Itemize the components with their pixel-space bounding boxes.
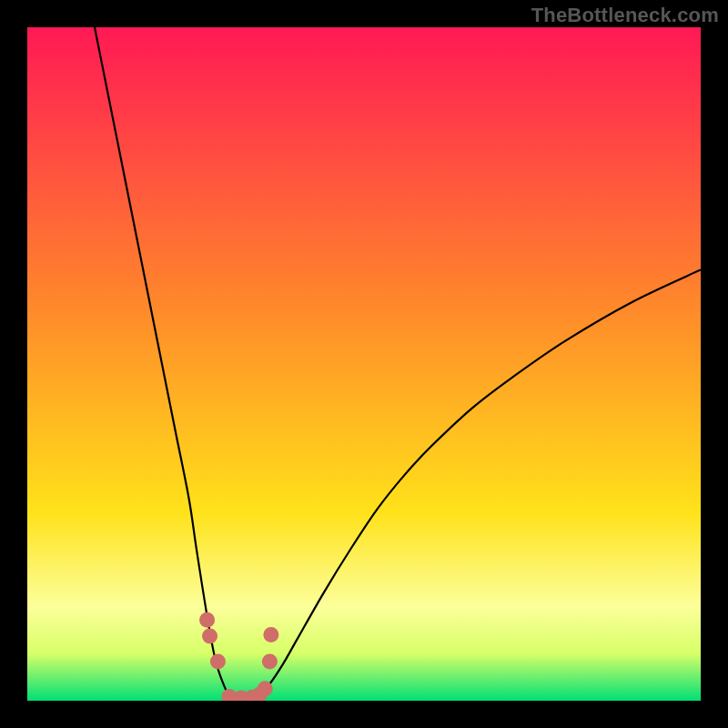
marker-dot: [202, 628, 217, 643]
watermark-text: TheBottleneck.com: [531, 4, 719, 27]
marker-dot: [263, 627, 278, 642]
marker-dot: [262, 654, 278, 670]
marker-dot: [210, 654, 226, 670]
marker-dot: [258, 681, 273, 696]
bottleneck-chart: [27, 27, 701, 701]
marker-dot: [199, 612, 215, 628]
gradient-background: [27, 27, 701, 701]
chart-frame: TheBottleneck.com: [0, 0, 728, 728]
